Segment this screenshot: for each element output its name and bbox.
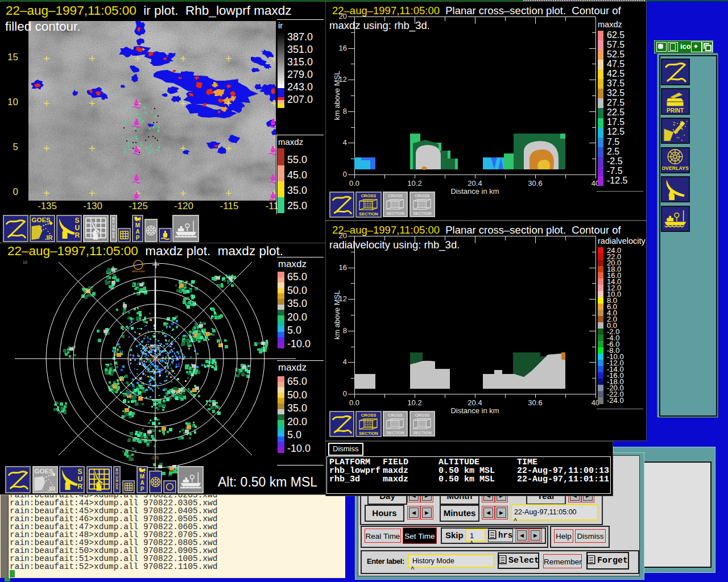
svg-text:PRINT: PRINT bbox=[667, 107, 684, 114]
svg-text:SECTION: SECTION bbox=[359, 211, 378, 217]
svg-text:P: P bbox=[140, 486, 144, 492]
svg-text:km above MSL: km above MSL bbox=[333, 290, 341, 340]
svg-text:R: R bbox=[78, 483, 83, 490]
svg-text:OVERLAYS: OVERLAYS bbox=[662, 165, 689, 171]
svg-text:A: A bbox=[140, 480, 144, 486]
svg-text:20: 20 bbox=[339, 231, 347, 240]
svg-text:A: A bbox=[135, 228, 139, 235]
svg-text:10.2: 10.2 bbox=[407, 398, 421, 407]
svg-text:16: 16 bbox=[339, 263, 347, 272]
svg-text:CROSS: CROSS bbox=[388, 194, 403, 198]
svg-text:GOES: GOES bbox=[35, 468, 54, 475]
svg-text:CROSS: CROSS bbox=[415, 413, 429, 418]
svg-text:20: 20 bbox=[339, 12, 347, 20]
svg-text:CROSS: CROSS bbox=[361, 413, 377, 418]
svg-text:0.0: 0.0 bbox=[349, 179, 359, 188]
svg-text:30.6: 30.6 bbox=[528, 179, 542, 188]
svg-text:4: 4 bbox=[343, 138, 347, 147]
svg-text:CROSS: CROSS bbox=[388, 413, 403, 418]
svg-text:S: S bbox=[115, 486, 118, 490]
svg-text:-125: -125 bbox=[151, 456, 159, 460]
svg-text:8: 8 bbox=[343, 107, 347, 115]
svg-text:km above MSL: km above MSL bbox=[333, 71, 341, 120]
svg-text:0: 0 bbox=[343, 170, 347, 178]
svg-text:SECTION: SECTION bbox=[386, 211, 404, 216]
svg-text:M: M bbox=[135, 222, 140, 228]
svg-text:20.4: 20.4 bbox=[468, 179, 482, 188]
svg-text:CROSS: CROSS bbox=[361, 193, 377, 198]
svg-text:SECTION: SECTION bbox=[413, 211, 432, 216]
svg-text:U: U bbox=[78, 475, 83, 483]
svg-text:SECTION: SECTION bbox=[386, 431, 404, 435]
svg-text:S: S bbox=[75, 217, 80, 225]
svg-text:0: 0 bbox=[343, 389, 347, 398]
svg-text:SECTION: SECTION bbox=[359, 431, 378, 436]
svg-text:Distance in km: Distance in km bbox=[450, 406, 499, 414]
svg-text:.IR: .IR bbox=[48, 485, 56, 492]
svg-text:S: S bbox=[112, 235, 115, 239]
svg-text:30.6: 30.6 bbox=[528, 398, 542, 407]
svg-text:.IR: .IR bbox=[45, 234, 53, 241]
svg-text:4: 4 bbox=[343, 357, 347, 366]
svg-text:16: 16 bbox=[339, 44, 347, 52]
svg-text:U: U bbox=[75, 224, 80, 232]
svg-text:S: S bbox=[78, 468, 82, 476]
svg-text:0.0: 0.0 bbox=[349, 398, 359, 407]
svg-text:P: P bbox=[136, 235, 140, 241]
svg-text:20.4: 20.4 bbox=[468, 398, 482, 407]
svg-text:GOES: GOES bbox=[32, 217, 51, 223]
svg-text:8: 8 bbox=[343, 326, 347, 335]
svg-text:10: 10 bbox=[23, 260, 27, 264]
svg-text:Distance in km: Distance in km bbox=[450, 187, 499, 195]
svg-text:whx-mxt: whx-mxt bbox=[131, 269, 145, 273]
svg-text:b<-125-0: b<-125-0 bbox=[147, 357, 163, 361]
svg-text:M: M bbox=[140, 473, 144, 480]
svg-text:10.2: 10.2 bbox=[407, 179, 421, 188]
svg-text:SECTION: SECTION bbox=[413, 430, 432, 435]
svg-text:CROSS: CROSS bbox=[415, 193, 429, 198]
svg-text:R: R bbox=[75, 231, 80, 239]
